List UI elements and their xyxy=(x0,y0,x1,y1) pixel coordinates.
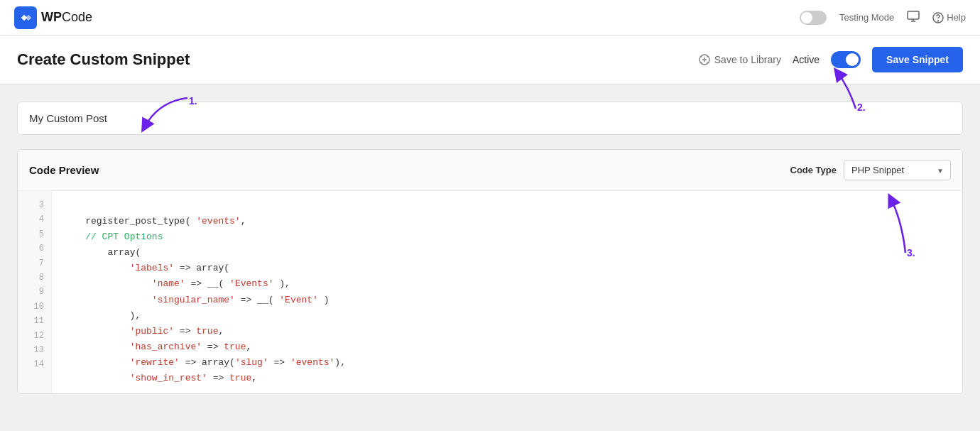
code-line: 'labels' => array( xyxy=(63,261,951,276)
page-title: Create Custom Snippet xyxy=(17,50,190,69)
code-section: Code Preview Code Type PHP Snippet JavaS… xyxy=(17,149,963,394)
active-toggle[interactable] xyxy=(831,51,861,68)
top-navigation: WPCode Testing Mode Help xyxy=(0,0,980,36)
code-line: 'name' => __( 'Events' ), xyxy=(63,276,951,292)
logo-area: WPCode xyxy=(14,6,92,29)
code-editor[interactable]: 3 4 5 6 7 8 9 10 11 12 13 14 register_po… xyxy=(18,191,962,393)
code-line: 'has_archive' => true, xyxy=(63,339,951,355)
testing-mode-toggle[interactable] xyxy=(800,11,827,25)
snippet-name-section: 1. xyxy=(17,102,963,135)
code-line: 'singular_name' => __( 'Event' ) xyxy=(63,293,951,308)
snippet-name-input[interactable] xyxy=(18,102,962,134)
page-header: Create Custom Snippet Save to Library Ac… xyxy=(0,36,980,84)
code-type-select-wrapper: PHP Snippet JavaScript Snippet CSS Snipp… xyxy=(844,160,951,180)
save-library-label: Save to Library xyxy=(714,54,781,65)
code-line: 'show_in_rest' => true, xyxy=(63,371,951,386)
code-line: ), xyxy=(63,308,951,324)
code-line: register_post_type( 'events', xyxy=(63,214,951,229)
testing-mode-label: Testing Mode xyxy=(839,12,894,23)
wpcode-logo[interactable]: WPCode xyxy=(14,6,92,29)
code-section-header: Code Preview Code Type PHP Snippet JavaS… xyxy=(18,150,962,191)
main-content: 1. Code Preview Code Type PHP Snippet Ja… xyxy=(0,84,980,411)
code-type-wrapper: Code Type PHP Snippet JavaScript Snippet… xyxy=(790,160,952,180)
code-line: 'public' => true, xyxy=(63,324,951,339)
code-line: // CPT Options xyxy=(63,229,951,245)
help-label: Help xyxy=(947,12,966,23)
code-content: register_post_type( 'events', // CPT Opt… xyxy=(52,191,962,393)
svg-rect-0 xyxy=(908,11,919,19)
code-line: array( xyxy=(63,245,951,261)
monitor-icon[interactable] xyxy=(907,10,920,26)
code-type-label: Code Type xyxy=(790,165,837,175)
save-to-library-button[interactable]: Save to Library xyxy=(699,54,781,65)
code-preview-title: Code Preview xyxy=(29,164,99,176)
line-numbers: 3 4 5 6 7 8 9 10 11 12 13 14 xyxy=(18,191,52,393)
code-type-select[interactable]: PHP Snippet JavaScript Snippet CSS Snipp… xyxy=(844,160,951,180)
page-actions: Save to Library Active Save Snippet xyxy=(699,47,963,72)
code-line xyxy=(63,198,951,214)
svg-point-2 xyxy=(938,21,939,21)
logo-icon xyxy=(14,6,37,29)
logo-text: WPCode xyxy=(41,10,92,25)
topnav-right: Testing Mode Help xyxy=(800,10,966,26)
active-label: Active xyxy=(793,54,820,65)
save-snippet-button[interactable]: Save Snippet xyxy=(872,47,963,72)
help-button[interactable]: Help xyxy=(932,12,966,23)
code-line: 'rewrite' => array('slug' => 'events'), xyxy=(63,355,951,371)
snippet-name-wrapper xyxy=(17,102,963,135)
